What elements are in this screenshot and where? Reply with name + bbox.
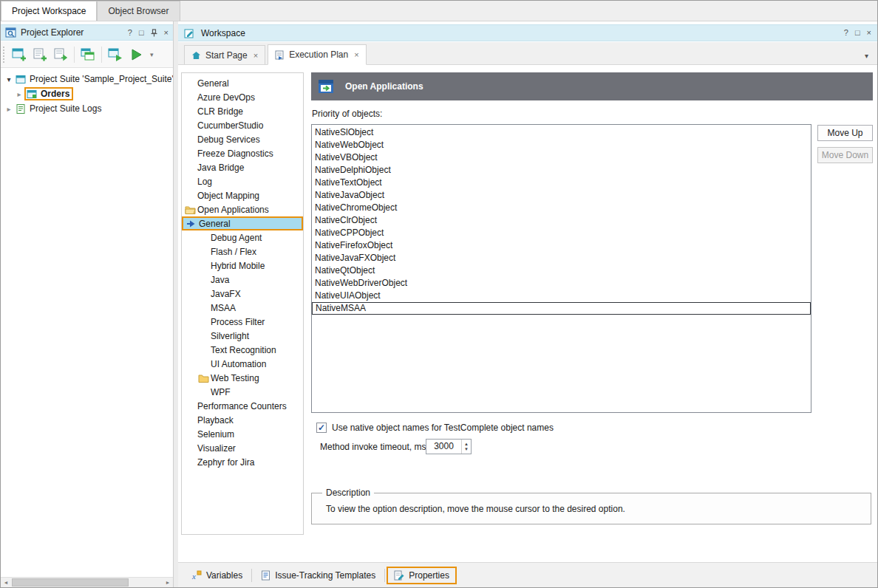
priority-list-item[interactable]: NativeTextObject: [312, 177, 811, 189]
add-project-item-icon[interactable]: [51, 45, 70, 64]
description-title: Description: [322, 488, 374, 498]
toolbar-dropdown-icon[interactable]: ▾: [147, 51, 157, 58]
move-down-button[interactable]: Move Down: [817, 147, 873, 163]
native-names-checkbox[interactable]: ✓: [316, 423, 327, 433]
options-tree-item[interactable]: Process Filter: [182, 315, 303, 329]
options-tree-item[interactable]: UI Automation: [182, 357, 303, 371]
tab-issue-tracking-templates[interactable]: Issue-Tracking Templates: [253, 567, 383, 584]
options-tree-item[interactable]: Freeze Diagnostics: [182, 146, 303, 160]
tab-execution-plan[interactable]: Execution Plan ×: [268, 44, 367, 65]
close-tab-icon[interactable]: ×: [253, 51, 258, 60]
priority-list-item[interactable]: NativeWebObject: [312, 139, 811, 151]
options-tree-item[interactable]: Hybrid Mobile: [182, 259, 303, 273]
close-icon[interactable]: ×: [867, 29, 871, 37]
options-tree-label: WPF: [211, 387, 231, 397]
options-tree-item[interactable]: WPF: [182, 385, 303, 399]
options-tree-item[interactable]: Selenium: [182, 427, 303, 441]
project-tree-item[interactable]: ▸Orders: [1, 86, 173, 101]
priority-list-item[interactable]: NativeJavaObject: [312, 189, 811, 202]
tab-separator: [384, 569, 385, 582]
options-tree-item[interactable]: Java Bridge: [182, 160, 303, 174]
options-tree-label: Log: [197, 177, 212, 187]
expand-arrow-icon[interactable]: ▸: [4, 105, 14, 113]
priority-list-item[interactable]: NativeChromeObject: [312, 202, 811, 214]
priority-list-item[interactable]: NativeQtObject: [312, 264, 811, 277]
help-icon[interactable]: ?: [844, 29, 848, 37]
options-tree-label: Debug Agent: [211, 233, 262, 243]
scroll-right-icon[interactable]: ►: [163, 578, 173, 587]
spin-down-icon[interactable]: ▼: [464, 447, 469, 451]
options-tree-item[interactable]: Zephyr for Jira: [182, 455, 303, 469]
options-tree-item[interactable]: Text Recognition: [182, 343, 303, 357]
project-tree-item-body[interactable]: Project Suite 'Sample_Project_Suite' (1 …: [14, 73, 173, 85]
project-tree-item-body[interactable]: Project Suite Logs: [14, 103, 104, 114]
close-tab-icon[interactable]: ×: [354, 50, 358, 59]
run-project-suite-icon[interactable]: [106, 45, 125, 64]
options-tree-item[interactable]: MSAA: [182, 301, 303, 315]
tab-object-browser[interactable]: Object Browser: [97, 1, 180, 21]
options-tree-item[interactable]: Performance Counters: [182, 399, 303, 413]
description-text: To view the option description, move the…: [312, 498, 871, 514]
help-icon[interactable]: ?: [128, 29, 132, 37]
tab-start-page[interactable]: Start Page ×: [184, 45, 265, 64]
options-tree-item[interactable]: Debug Services: [182, 132, 303, 146]
priority-list-item[interactable]: NativeVBObject: [312, 151, 811, 164]
tab-list-dropdown-icon[interactable]: ▾: [865, 52, 868, 60]
add-project-icon[interactable]: [30, 45, 50, 64]
options-tree-item[interactable]: Debug Agent: [182, 230, 303, 245]
expand-arrow-icon[interactable]: ▸: [14, 90, 24, 98]
options-tree-item[interactable]: Playback: [182, 413, 303, 427]
priority-list-item[interactable]: NativeSlObject: [312, 126, 811, 139]
pin-icon[interactable]: [151, 29, 157, 37]
options-tree-label: Open Applications: [197, 205, 269, 215]
add-project-suite-icon[interactable]: [10, 45, 29, 64]
project-tree-item[interactable]: ▸Project Suite Logs: [1, 101, 173, 116]
options-tree-item[interactable]: CucumberStudio: [182, 118, 303, 132]
options-tree-item[interactable]: JavaFX: [182, 287, 303, 301]
options-tree-label: JavaFX: [211, 289, 241, 299]
options-tree-item[interactable]: Object Mapping: [182, 188, 303, 202]
folder-open-icon: [185, 205, 197, 214]
options-tree-item[interactable]: General: [182, 216, 303, 230]
timeout-value[interactable]: 3000: [426, 440, 461, 454]
tab-variables[interactable]: x Variables: [184, 567, 250, 584]
options-tree-item[interactable]: Log: [182, 174, 303, 188]
options-tree-item[interactable]: General: [182, 76, 303, 90]
toolbar-grip[interactable]: [3, 47, 7, 63]
priority-list-item[interactable]: NativeJavaFXObject: [312, 252, 811, 264]
options-tree-item[interactable]: Flash / Flex: [182, 245, 303, 259]
priority-list-item[interactable]: NativeCPPObject: [312, 227, 811, 239]
options-tree-item[interactable]: Java: [182, 273, 303, 287]
spin-up-icon[interactable]: ▲: [464, 442, 469, 446]
collapse-arrow-icon[interactable]: ▾: [4, 75, 14, 83]
priority-list-item[interactable]: NativeUIAObject: [312, 290, 811, 302]
options-tree-item[interactable]: Open Applications: [182, 202, 303, 216]
horizontal-scrollbar[interactable]: ◄ ►: [1, 577, 173, 587]
tab-properties[interactable]: Properties: [387, 567, 457, 584]
priority-list-item[interactable]: NativeClrObject: [312, 214, 811, 227]
options-tree-item[interactable]: Visualizer: [182, 441, 303, 455]
tab-project-workspace[interactable]: Project Workspace: [1, 1, 97, 21]
logs-icon: [16, 104, 27, 114]
object-browser-icon[interactable]: [78, 45, 98, 64]
scrollbar-thumb[interactable]: [12, 578, 129, 587]
options-tree-item[interactable]: Silverlight: [182, 329, 303, 343]
options-tree-item[interactable]: Web Testing: [182, 371, 303, 385]
project-tree-item-body[interactable]: Orders: [24, 87, 73, 100]
float-window-icon[interactable]: □: [139, 29, 144, 37]
priority-list-item[interactable]: NativeWebDriverObject: [312, 277, 811, 290]
priority-list-item[interactable]: NativeFirefoxObject: [312, 239, 811, 252]
description-group: Description To view the option descripti…: [311, 488, 871, 524]
close-icon[interactable]: ×: [164, 29, 169, 37]
project-tree-item[interactable]: ▾Project Suite 'Sample_Project_Suite' (1…: [1, 72, 173, 86]
float-window-icon[interactable]: □: [855, 29, 860, 37]
options-tree-item[interactable]: CLR Bridge: [182, 104, 303, 118]
project-icon: [27, 89, 38, 99]
run-project-icon[interactable]: [126, 45, 146, 64]
scroll-left-icon[interactable]: ◄: [1, 578, 11, 587]
timeout-spinner[interactable]: 3000 ▲ ▼: [426, 439, 472, 454]
priority-list-item[interactable]: NativeMSAA: [312, 302, 811, 315]
options-tree-item[interactable]: Azure DevOps: [182, 90, 303, 104]
move-up-button[interactable]: Move Up: [817, 125, 873, 141]
priority-list-item[interactable]: NativeDelphiObject: [312, 164, 811, 177]
